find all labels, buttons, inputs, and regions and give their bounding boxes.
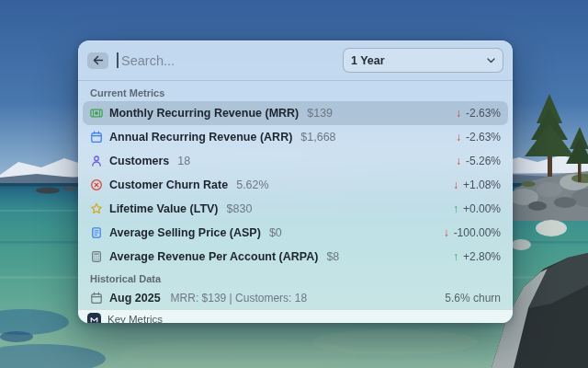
back-button[interactable] (87, 52, 108, 69)
time-range-value: 1 Year (351, 54, 481, 67)
footer-app-name: Key Metrics (107, 314, 163, 323)
time-range-select[interactable]: 1 Year (343, 48, 503, 73)
calculator-icon (90, 250, 103, 263)
metric-row[interactable]: Customers18↓-5.26% (83, 149, 508, 173)
historical-row[interactable]: Aug 2025MRR: $139 | Customers: 185.6% ch… (83, 287, 508, 309)
historical-churn: 5.6% churn (445, 292, 501, 305)
trend-value: +1.08% (463, 178, 501, 191)
text-cursor (117, 52, 119, 68)
metric-label: Annual Recurring Revenue (ARR) (109, 131, 292, 144)
metric-label: Average Revenue Per Account (ARPA) (109, 250, 318, 263)
metric-value: $8 (326, 250, 339, 263)
desktop-background: 1 Year Current Metrics Monthly Recurring… (0, 0, 588, 368)
trend-down-icon: ↓ (456, 155, 461, 167)
results-list: Current Metrics Monthly Recurring Revenu… (78, 81, 513, 309)
metric-row[interactable]: Monthly Recurring Revenue (MRR)$139↓-2.6… (83, 101, 508, 125)
chevron-down-icon (487, 58, 495, 63)
trend-value: +0.00% (463, 202, 501, 215)
metric-value: 18 (177, 155, 190, 167)
metric-row[interactable]: Annual Recurring Revenue (ARR)$1,668↓-2.… (83, 125, 508, 149)
trend-value: +2.80% (463, 250, 501, 263)
arrow-left-icon (93, 52, 104, 69)
historical-data-rows: Aug 2025MRR: $139 | Customers: 185.6% ch… (83, 287, 508, 309)
trend-down-icon: ↓ (453, 178, 458, 191)
trend-value: -100.00% (454, 226, 501, 239)
trend-down-icon: ↓ (444, 226, 449, 239)
key-metrics-logo (87, 313, 101, 324)
metric-label: Average Selling Price (ASP) (109, 226, 261, 239)
current-metrics-rows: Monthly Recurring Revenue (MRR)$139↓-2.6… (83, 101, 508, 269)
historical-label: Aug 2025 (109, 292, 161, 305)
window-footer: Key Metrics (78, 309, 513, 323)
calendar-icon (90, 292, 103, 305)
key-metrics-window: 1 Year Current Metrics Monthly Recurring… (78, 40, 513, 323)
star-icon (90, 202, 103, 215)
metric-row[interactable]: Average Revenue Per Account (ARPA)$8↑+2.… (83, 245, 508, 269)
metric-value: 5.62% (236, 178, 268, 191)
trend-value: -2.63% (466, 131, 501, 144)
search-input[interactable] (117, 53, 334, 68)
trend-up-icon: ↑ (453, 202, 458, 215)
trend-up-icon: ↑ (453, 250, 458, 263)
metric-value: $830 (227, 202, 253, 215)
metric-label: Customer Churn Rate (109, 178, 228, 191)
trend-value: -5.26% (466, 155, 501, 167)
section-header-historical-data: Historical Data (83, 269, 508, 287)
person-icon (90, 155, 103, 167)
metric-row[interactable]: Average Selling Price (ASP)$0↓-100.00% (83, 221, 508, 245)
trend-down-icon: ↓ (456, 107, 461, 120)
metric-value: $139 (307, 107, 333, 120)
metric-value: $1,668 (300, 131, 335, 144)
metric-value: $0 (269, 226, 282, 239)
banknote-icon (90, 107, 103, 120)
section-header-current-metrics: Current Metrics (83, 83, 508, 101)
historical-detail: MRR: $139 | Customers: 18 (171, 292, 308, 305)
trend-down-icon: ↓ (456, 131, 461, 144)
metric-label: Customers (109, 155, 169, 167)
x-circle-icon (90, 178, 103, 191)
metric-row[interactable]: Lifetime Value (LTV)$830↑+0.00% (83, 197, 508, 221)
metric-row[interactable]: Customer Churn Rate5.62%↓+1.08% (83, 173, 508, 197)
trend-value: -2.63% (466, 107, 501, 120)
metric-label: Lifetime Value (LTV) (109, 202, 219, 215)
calendar-icon (90, 131, 103, 144)
document-icon (90, 226, 103, 239)
window-header: 1 Year (78, 40, 513, 81)
search-field-area (117, 40, 334, 80)
metric-label: Monthly Recurring Revenue (MRR) (109, 107, 299, 120)
